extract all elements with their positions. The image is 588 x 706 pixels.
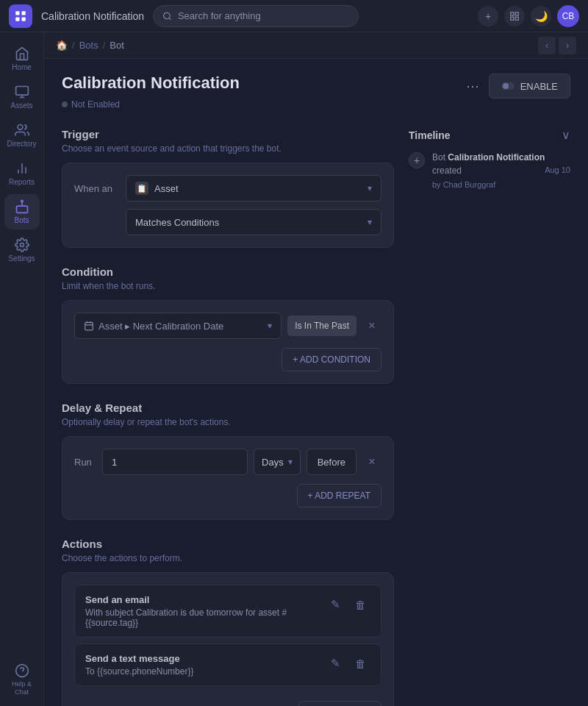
delete-email-action-button[interactable]: 🗑	[350, 594, 370, 615]
condition-title: Condition	[62, 265, 394, 278]
sidebar-item-bots[interactable]: Bots	[4, 194, 40, 229]
status-dot	[62, 101, 68, 107]
add-repeat-button[interactable]: + ADD REPEAT	[297, 484, 381, 507]
edit-sms-action-button[interactable]: ✎	[325, 653, 345, 674]
help-chat-button[interactable]: Help & Chat	[4, 662, 40, 697]
remove-condition-button[interactable]: ×	[362, 316, 381, 335]
matches-option-label: Matches Conditions	[135, 217, 219, 228]
svg-rect-2	[15, 17, 19, 21]
sidebar-item-home[interactable]: Home	[4, 41, 40, 76]
add-button[interactable]: +	[478, 6, 498, 26]
topbar: Calibration Notification + 🌙 CB	[0, 0, 588, 32]
asset-select[interactable]: 📋 Asset ▾	[126, 175, 381, 202]
timeline-author: by Chad Burggraf	[432, 179, 570, 191]
condition-field-select[interactable]: Asset ▸ Next Calibration Date ▾	[74, 313, 282, 339]
sidebar-item-assets[interactable]: Assets	[4, 79, 40, 115]
timeline-add-icon: +	[409, 152, 425, 168]
svg-rect-9	[15, 87, 28, 96]
delay-timing-select[interactable]: Before	[306, 449, 356, 475]
actions-title: Actions	[62, 538, 394, 550]
edit-email-action-button[interactable]: ✎	[325, 594, 345, 615]
remove-delay-button[interactable]: ×	[362, 452, 381, 471]
calendar-icon	[84, 321, 94, 331]
action-sms-title: Send a text message	[85, 653, 325, 664]
delay-desc: Optionally delay or repeat the bot's act…	[62, 417, 394, 427]
action-item-sms: Send a text message To {{source.phoneNum…	[74, 643, 381, 686]
action-email-title: Send an email	[85, 594, 325, 605]
search-input[interactable]	[178, 10, 349, 21]
delay-title: Delay & Repeat	[62, 402, 394, 414]
app-logo	[9, 4, 32, 28]
sidebar-item-directory-label: Directory	[7, 140, 36, 148]
asset-icon: 📋	[135, 182, 148, 195]
svg-rect-8	[515, 17, 518, 20]
action-item-email: Send an email With subject Calibration i…	[74, 585, 381, 638]
content-area: 🏠 / Bots / Bot ‹ › Calibration Notificat…	[44, 32, 588, 706]
sidebar-item-settings[interactable]: Settings	[4, 232, 40, 268]
delay-value-input[interactable]	[102, 449, 248, 475]
svg-rect-1	[22, 11, 26, 15]
svg-rect-5	[511, 12, 514, 15]
action-email-desc: With subject Calibration is due tomorrow…	[85, 607, 325, 628]
more-options-button[interactable]: ⋯	[462, 76, 483, 96]
svg-rect-6	[515, 12, 518, 15]
actions-section: Actions Choose the actions to perform. S…	[62, 538, 394, 706]
status-text: Not Enabled	[71, 99, 120, 110]
page-content: Calibration Notification Not Enabled ⋯ E…	[44, 59, 588, 706]
sidebar-item-reports[interactable]: Reports	[4, 156, 40, 191]
trigger-section: Trigger Choose an event source and actio…	[62, 128, 394, 248]
operator-label: Is In The Past	[295, 321, 349, 331]
svg-rect-0	[15, 11, 19, 15]
status-badge: Not Enabled	[62, 99, 120, 110]
timeline-item: + Bot Calibration Notification created A…	[409, 151, 570, 191]
breadcrumb-current: Bot	[110, 40, 124, 51]
delay-row: Run Days ▾ Before ×	[74, 449, 381, 475]
search-icon	[162, 11, 172, 21]
two-column-layout: Trigger Choose an event source and actio…	[62, 128, 570, 706]
breadcrumb-back-button[interactable]: ‹	[538, 37, 556, 54]
dark-mode-button[interactable]: 🌙	[531, 6, 551, 26]
enable-button[interactable]: ENABLE	[489, 74, 570, 99]
grid-button[interactable]	[504, 6, 525, 26]
breadcrumb-bots[interactable]: Bots	[79, 40, 98, 51]
sidebar-item-bots-label: Bots	[14, 216, 29, 224]
condition-operator[interactable]: Is In The Past	[287, 315, 356, 336]
svg-point-4	[164, 13, 171, 19]
trigger-desc: Choose an event source and action that t…	[62, 143, 394, 154]
run-label: Run	[74, 457, 96, 468]
delay-unit-select[interactable]: Days ▾	[254, 449, 301, 475]
enable-label: ENABLE	[520, 81, 558, 92]
condition-desc: Limit when the bot runs.	[62, 281, 394, 291]
timeline-collapse-button[interactable]: ∨	[562, 128, 570, 142]
topbar-actions: + 🌙 CB	[478, 5, 579, 27]
topbar-title: Calibration Notification	[41, 10, 144, 22]
page-header: Calibration Notification Not Enabled ⋯ E…	[62, 74, 570, 110]
user-avatar[interactable]: CB	[557, 5, 579, 27]
timeline-suffix: created	[432, 165, 462, 176]
svg-point-10	[18, 125, 23, 130]
sidebar-item-home-label: Home	[12, 63, 32, 71]
action-sms-desc: To {{source.phoneNumber}}	[85, 666, 325, 677]
when-an-label: When an	[74, 183, 118, 194]
toggle-icon	[501, 82, 514, 90]
svg-point-16	[20, 243, 24, 247]
breadcrumb-home[interactable]: 🏠	[56, 40, 68, 51]
delete-sms-action-button[interactable]: 🗑	[350, 653, 370, 674]
condition-card: Asset ▸ Next Calibration Date ▾ Is In Th…	[62, 300, 394, 384]
breadcrumb: 🏠 / Bots / Bot ‹ ›	[44, 32, 588, 59]
timeline-bot-name: Calibration Notification	[448, 152, 545, 163]
page-header-actions: ⋯ ENABLE	[462, 74, 570, 99]
sidebar-item-reports-label: Reports	[9, 178, 35, 186]
search-bar[interactable]	[153, 5, 359, 27]
add-condition-button[interactable]: + ADD CONDITION	[282, 348, 381, 371]
timeline-column: Timeline ∨ + Bot Calibration Notificatio…	[409, 128, 570, 706]
delay-unit-label: Days	[262, 457, 284, 468]
breadcrumb-forward-button[interactable]: ›	[559, 37, 576, 54]
main-layout: Home Assets Directory Reports Bots Setti…	[0, 32, 588, 706]
actions-card: Send an email With subject Calibration i…	[62, 572, 394, 706]
add-action-button[interactable]: + ADD ACTION	[298, 701, 381, 706]
trigger-card: When an 📋 Asset ▾ Match	[62, 163, 394, 248]
asset-select-chevron: ▾	[368, 183, 372, 193]
sidebar-item-directory[interactable]: Directory	[4, 118, 40, 153]
matches-select[interactable]: Matches Conditions ▾	[126, 209, 381, 235]
